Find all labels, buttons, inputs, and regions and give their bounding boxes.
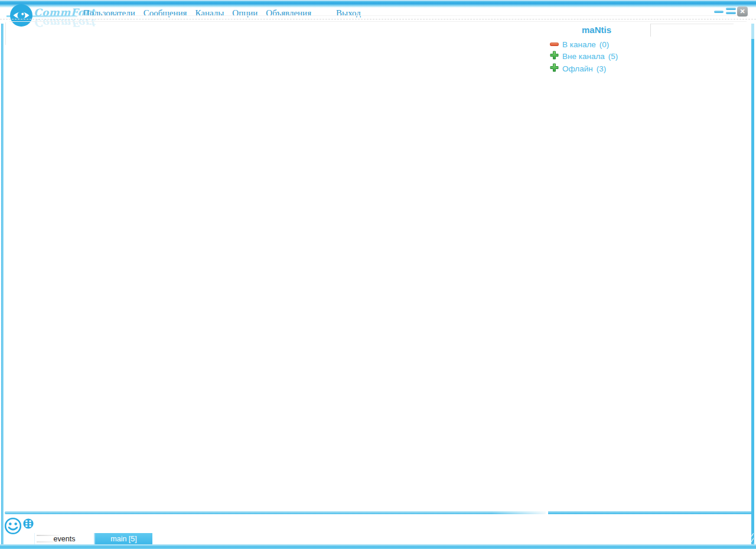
menu-item-options[interactable]: Опции [232, 8, 258, 18]
contact-group-out-of-channel[interactable]: Вне канала (5) [550, 51, 618, 61]
chat-input-splitter[interactable] [5, 511, 546, 514]
minus-icon[interactable] [550, 43, 559, 46]
menu-item-channels[interactable]: Каналы [195, 8, 224, 18]
header-separator-line-2 [9, 21, 747, 22]
group-count: (3) [597, 64, 607, 73]
left-inner-mark [5, 22, 6, 45]
plus-icon[interactable] [550, 63, 559, 74]
window-top-border [0, 0, 756, 8]
close-icon: ✕ [739, 8, 745, 15]
group-label: Офлайн [562, 64, 593, 73]
menu-item-announcements[interactable]: Объявления [266, 8, 311, 18]
tab-main[interactable]: main [5] [95, 533, 152, 544]
group-count: (5) [608, 52, 618, 61]
tab-label: events [54, 535, 76, 543]
maximize-button[interactable] [726, 8, 736, 14]
menu-item-users[interactable]: Пользователи [83, 8, 135, 18]
menu-item-exit[interactable]: Выход [336, 8, 361, 18]
plus-icon[interactable] [550, 51, 559, 61]
tab-events[interactable]: events [34, 533, 95, 544]
header-dashed-line [0, 19, 756, 19]
eye-icon [9, 4, 33, 27]
message-input-area[interactable] [5, 515, 750, 532]
contacts-splitter[interactable] [548, 511, 751, 514]
window-right-border [751, 24, 754, 544]
close-button[interactable]: ✕ [737, 6, 748, 17]
menu-item-messages[interactable]: Сообщения [144, 8, 187, 18]
resize-grip[interactable] [746, 533, 754, 544]
window-bottom-border [0, 544, 756, 549]
contact-group-offline[interactable]: Офлайн (3) [550, 63, 606, 74]
contact-group-in-channel[interactable]: В канале (0) [550, 39, 609, 50]
group-count: (0) [599, 40, 610, 49]
channel-name-title: maNtis [549, 25, 644, 35]
minimize-button[interactable] [714, 11, 724, 13]
group-label: В канале [562, 40, 596, 49]
tab-label: main [5] [110, 535, 136, 543]
group-label: Вне канала [562, 52, 605, 61]
right-border-highlight [751, 24, 754, 39]
chat-display-area [5, 24, 546, 510]
header-separator-line [77, 15, 749, 16]
smiley-icon[interactable] [4, 517, 22, 535]
commfort-window: CommFort CommFort Пользователи Сообщения… [0, 0, 756, 549]
menu-bar: Пользователи Сообщения Каналы Опции Объя… [83, 8, 361, 18]
film-icon[interactable] [23, 518, 34, 529]
contact-search-box[interactable] [650, 24, 734, 37]
window-left-border [1, 24, 4, 544]
